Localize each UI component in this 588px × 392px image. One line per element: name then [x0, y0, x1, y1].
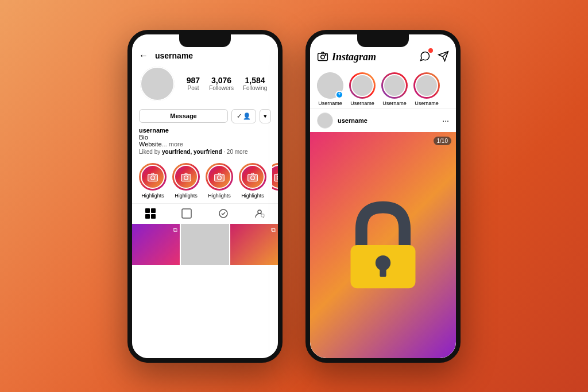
bio-text: Bio	[139, 134, 271, 141]
svg-rect-30	[380, 266, 386, 277]
followers-stat: 3,076 Followers	[209, 76, 234, 91]
highlights-row: Highlights Highlights	[132, 158, 278, 203]
story-label: Username	[350, 100, 374, 106]
story-circle: +	[317, 72, 343, 99]
svg-rect-18	[151, 214, 156, 219]
person-icon: 👤	[243, 112, 251, 120]
add-story-icon: +	[335, 91, 343, 99]
message-button[interactable]: Message	[139, 109, 228, 123]
story-circle	[349, 72, 376, 99]
post-image[interactable]: 1/10	[310, 132, 456, 358]
highlight-inner	[241, 165, 265, 189]
grid-cell[interactable]: ⧉	[230, 224, 278, 265]
highlight-item-partial[interactable]	[272, 163, 278, 199]
highlight-label: Highlights	[141, 193, 164, 199]
camera-icon	[180, 171, 192, 183]
following-label: Following	[243, 85, 267, 91]
highlight-label: Highlights	[175, 193, 198, 199]
svg-point-24	[321, 55, 325, 59]
bio-username: username	[139, 127, 271, 134]
followers-count: 3,076	[211, 76, 231, 85]
header-username: username	[155, 51, 193, 60]
send-icon[interactable]	[438, 51, 449, 64]
svg-rect-15	[145, 208, 150, 213]
story-label: Username	[415, 100, 439, 106]
more-button[interactable]: ▾	[260, 109, 271, 123]
left-phone: ← username 987 Post 3,076 Followers 1,58…	[127, 30, 283, 363]
posts-count: 987	[187, 76, 200, 85]
camera-icon	[214, 171, 225, 183]
follow-button[interactable]: ✓ 👤	[231, 109, 256, 123]
grid-cell[interactable]	[181, 224, 229, 265]
tab-tagged[interactable]	[218, 208, 229, 222]
highlight-label: Highlights	[241, 193, 264, 199]
story-label: Username	[382, 100, 407, 106]
followers-label: Followers	[209, 85, 234, 91]
highlight-item[interactable]: Highlights	[172, 163, 200, 199]
ig-header: Instagram	[310, 34, 456, 69]
highlight-circle	[172, 163, 200, 191]
ig-logo-area: Instagram	[317, 51, 376, 64]
back-button[interactable]: ←	[139, 51, 148, 61]
camera-icon	[147, 171, 158, 183]
tab-reels[interactable]	[181, 208, 192, 222]
story-item-mine[interactable]: + Username	[317, 72, 343, 106]
ig-header-icons	[419, 51, 449, 64]
highlight-circle	[139, 163, 167, 191]
highlight-inner	[207, 165, 231, 189]
svg-point-21	[258, 210, 261, 214]
profile-actions: Message ✓ 👤 ▾	[132, 107, 278, 127]
highlight-item[interactable]: Highlights	[139, 163, 167, 199]
tab-bar	[132, 203, 278, 224]
svg-rect-0	[148, 174, 158, 181]
highlight-inner	[141, 165, 165, 189]
story-item[interactable]: Username	[349, 72, 376, 106]
profile-info: 987 Post 3,076 Followers 1,584 Following	[132, 65, 278, 107]
highlight-circle	[206, 163, 233, 191]
svg-point-2	[155, 175, 156, 176]
post-counter: 1/10	[434, 137, 451, 145]
highlight-inner	[174, 165, 198, 189]
camera-icon	[247, 171, 258, 183]
post-username: username	[338, 117, 442, 124]
profile-header: ← username	[132, 34, 278, 65]
story-label: Username	[318, 100, 342, 106]
notification-badge	[428, 48, 433, 53]
svg-point-25	[325, 54, 326, 55]
grid-cell[interactable]: ⧉	[132, 224, 180, 265]
following-stat: 1,584 Following	[243, 76, 267, 91]
svg-rect-17	[145, 214, 150, 219]
stats-row: 987 Post 3,076 Followers 1,584 Following	[183, 76, 271, 91]
highlight-item[interactable]: Highlights	[239, 163, 266, 199]
right-phone: Instagram	[305, 30, 461, 363]
following-count: 1,584	[245, 76, 265, 85]
avatar[interactable]	[139, 65, 176, 102]
ig-logo-text: Instagram	[332, 51, 376, 63]
post-header: username ···	[310, 108, 456, 132]
follow-icon: ✓	[237, 112, 242, 120]
svg-point-5	[188, 175, 189, 176]
story-item[interactable]: Username	[413, 72, 440, 106]
messenger-icon[interactable]	[419, 51, 431, 64]
highlight-label: Highlights	[208, 193, 231, 199]
profile-bio: username Bio Website... more Liked by yo…	[132, 127, 278, 158]
svg-rect-6	[215, 174, 225, 181]
story-item[interactable]: Username	[381, 72, 408, 106]
stack-icon: ⧉	[271, 226, 276, 234]
posts-stat: 987 Post	[187, 76, 200, 91]
svg-rect-19	[182, 209, 191, 218]
svg-rect-16	[151, 208, 156, 213]
highlight-circle	[239, 163, 266, 191]
highlight-item[interactable]: Highlights	[206, 163, 233, 199]
bio-liked-by: Liked by yourfriend, yourfriend · 20 mor…	[139, 149, 271, 155]
tab-person[interactable]	[254, 208, 265, 222]
post-more-button[interactable]: ···	[442, 116, 449, 125]
tab-grid[interactable]	[145, 208, 156, 222]
svg-rect-3	[181, 174, 191, 181]
photo-grid: ⧉ ⧉	[132, 224, 278, 358]
story-circle	[413, 72, 440, 99]
camera-icon	[273, 171, 278, 183]
bio-website[interactable]: Website... more	[139, 141, 271, 148]
svg-point-8	[222, 175, 223, 176]
lock-illustration	[343, 199, 423, 291]
